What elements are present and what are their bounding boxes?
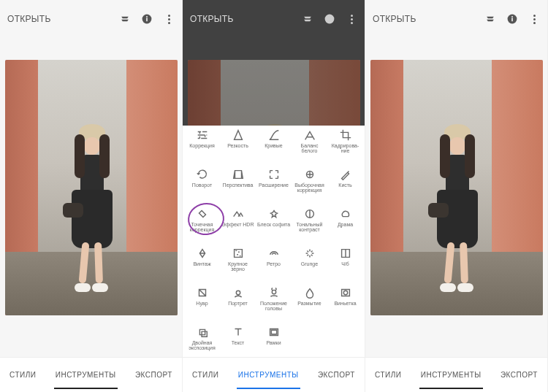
tab-tools[interactable]: ИНСТРУМЕНТЫ [419,366,483,383]
open-button[interactable]: ОТКРЫТЬ [190,14,234,24]
tool-label: Винтаж [193,261,210,266]
stack-icon[interactable] [119,13,131,25]
tool-label: Блеск софита [257,222,290,227]
tool-grainy[interactable]: Крупное зерно [220,247,256,286]
tool-bw[interactable]: Ч/б [327,247,363,286]
info-icon[interactable] [141,13,153,25]
tonal-icon [303,207,316,220]
crop-icon [339,128,352,142]
portrait-icon [232,286,245,299]
screen-left: ОТКРЫТЬ СТИЛИ ИНСТРУМЕНТЫ ЭКСПОРТ [0,0,183,392]
open-button[interactable]: ОТКРЫТЬ [7,14,51,24]
tool-tonal[interactable]: Тональный контраст [292,207,327,247]
tool-label: Виньетка [334,301,356,306]
tool-brush[interactable]: Кисть [327,168,363,207]
grainy-icon [232,247,245,260]
tool-expand[interactable]: Расширение [256,168,292,207]
tool-label: Тональный контраст [293,222,327,232]
tool-grunge[interactable]: Grunge [292,247,327,286]
tool-label: Поворот [192,182,212,188]
tool-label: Ч/б [341,261,349,266]
tool-label: Кисть [338,182,351,188]
tool-headpose[interactable]: Положение головы [256,286,292,326]
tool-perspective[interactable]: Перспектива [220,168,256,207]
grunge-icon [303,247,316,260]
blur-icon [303,286,316,299]
tool-double[interactable]: Двойная экспозиция [184,326,220,357]
vignette-icon [339,286,352,299]
tool-label: Баланс белого [293,143,327,153]
vintage-icon [196,247,209,260]
tool-curves[interactable]: Кривые [256,128,292,168]
drama-icon [339,207,352,220]
screen-right: ОТКРЫТЬ СТИЛИ ИНСТРУМЕНТЫ ЭКСПОРТ [365,0,548,392]
tool-vignette[interactable]: Виньетка [327,286,363,326]
bw-icon [339,247,352,260]
tool-label: Перспектива [223,182,254,188]
tool-label: Нуар [196,301,208,306]
tool-rotate[interactable]: Поворот [184,168,220,207]
tool-noir[interactable]: Нуар [184,286,220,326]
tool-label: Портрет [228,301,248,306]
tool-sharpen[interactable]: Резкость [220,128,256,168]
tool-tune[interactable]: Коррекция [184,128,220,168]
tab-styles[interactable]: СТИЛИ [191,366,220,383]
tool-label: Расширение [259,182,289,188]
tool-label: Эффект HDR [222,222,254,227]
double-icon [196,326,209,339]
tool-crop[interactable]: Кадрирова-ние [327,128,363,168]
hdr-icon [232,207,245,220]
text-icon [232,326,245,339]
bottom-tabs: СТИЛИ ИНСТРУМЕНТЫ ЭКСПОРТ [365,357,547,392]
glamour-icon [267,207,281,220]
stack-icon [302,13,313,25]
tool-vintage[interactable]: Винтаж [184,247,220,286]
tool-label: Положение головы [257,301,291,311]
tool-portrait[interactable]: Портрет [220,286,256,326]
tab-styles[interactable]: СТИЛИ [373,366,403,383]
open-button[interactable]: ОТКРЫТЬ [373,14,416,24]
tab-export[interactable]: ЭКСПОРТ [499,366,539,383]
svg-rect-6 [511,16,513,18]
bottom-tabs: СТИЛИ ИНСТРУМЕНТЫ ЭКСПОРТ [0,357,182,392]
tool-label: Grunge [301,261,318,266]
tool-label: Коррекция [189,143,214,148]
tool-glamour[interactable]: Блеск софита [256,207,292,247]
tool-whitebalance[interactable]: Баланс белого [292,128,327,168]
tool-label: Размытие [297,301,321,306]
topbar-actions [119,13,175,25]
edited-photo [370,60,543,315]
svg-rect-1 [146,18,148,21]
tab-styles[interactable]: СТИЛИ [8,366,37,383]
info-icon[interactable] [506,13,518,25]
canvas[interactable] [0,38,182,357]
tab-tools[interactable]: ИНСТРУМЕНТЫ [54,366,118,383]
tool-blur[interactable]: Размытие [292,286,327,326]
retro-icon [267,247,281,260]
tool-selective[interactable]: Выборочная коррекция [292,168,327,207]
tool-text[interactable]: Текст [220,326,256,357]
tool-retro[interactable]: Ретро [256,247,292,286]
topbar: ОТКРЫТЬ [365,0,547,38]
tool-drama[interactable]: Драма [327,207,363,247]
more-icon[interactable] [528,13,540,25]
svg-rect-2 [146,16,148,18]
tab-export[interactable]: ЭКСПОРТ [134,366,174,383]
stack-icon[interactable] [484,13,496,25]
brush-icon [339,168,352,181]
edited-photo [5,60,178,315]
tab-export[interactable]: ЭКСПОРТ [316,366,357,383]
tool-label: Драма [338,222,353,227]
tool-frames[interactable]: Рамки [256,326,292,357]
more-icon[interactable] [163,13,175,25]
more-icon [346,13,357,25]
canvas[interactable] [365,38,547,357]
tool-label: Резкость [227,143,248,148]
tab-tools[interactable]: ИНСТРУМЕНТЫ [237,366,300,383]
bottom-tabs: СТИЛИ ИНСТРУМЕНТЫ ЭКСПОРТ [183,357,365,392]
expand-icon [267,168,281,181]
frames-icon [267,326,281,339]
tool-hdr[interactable]: Эффект HDR [220,207,256,247]
topbar: ОТКРЫТЬ [0,0,182,38]
info-icon [324,13,335,25]
